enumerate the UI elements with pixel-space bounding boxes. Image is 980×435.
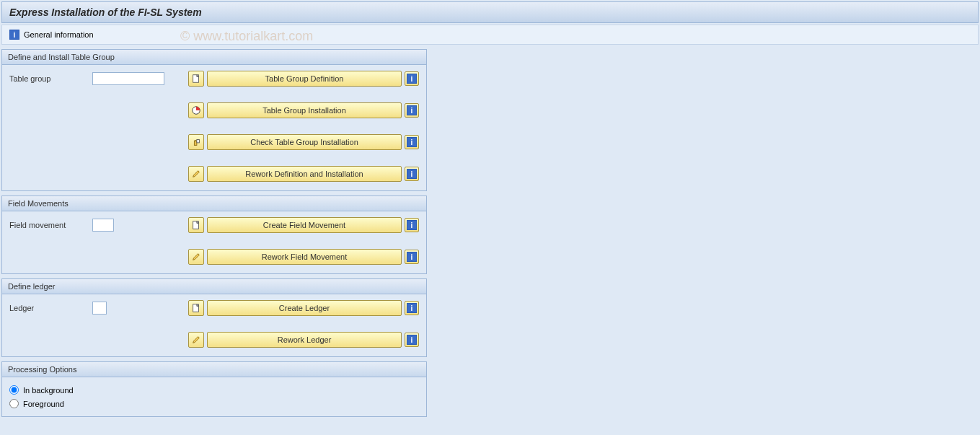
general-info-link[interactable]: General information — [24, 30, 94, 39]
group-processing-options: Processing Options In background Foregro… — [1, 361, 427, 417]
info-button[interactable]: i — [405, 135, 419, 149]
radio-in-background[interactable] — [9, 385, 19, 395]
info-button[interactable]: i — [405, 333, 419, 347]
info-button[interactable]: i — [405, 301, 419, 315]
pencil-icon[interactable] — [188, 332, 204, 348]
ledger-label: Ledger — [9, 304, 92, 312]
pencil-icon[interactable] — [188, 249, 204, 265]
group-field-movements-title: Field Movements — [2, 196, 426, 211]
radio-foreground[interactable] — [9, 399, 19, 408]
toolbar: i General information — [1, 25, 979, 45]
rework-ledger-button[interactable]: Rework Ledger — [207, 332, 402, 348]
create-icon[interactable] — [188, 217, 204, 233]
page-title: Express Installation of the FI-SL System — [9, 6, 202, 18]
create-ledger-button[interactable]: Create Ledger — [207, 300, 402, 316]
table-group-installation-button[interactable]: Table Group Installation — [207, 102, 402, 118]
group-field-movements: Field Movements Field movement Create Fi… — [1, 195, 427, 274]
group-define-ledger-title: Define ledger — [2, 279, 426, 294]
field-movement-input[interactable] — [92, 219, 114, 232]
svg-rect-3 — [197, 140, 200, 143]
pencil-icon[interactable] — [188, 166, 204, 182]
radio-foreground-label: Foreground — [23, 400, 64, 408]
table-group-label: Table group — [9, 74, 92, 83]
info-button[interactable]: i — [405, 250, 419, 264]
table-group-definition-button[interactable]: Table Group Definition — [207, 71, 402, 87]
create-icon[interactable] — [188, 300, 204, 316]
rework-field-movement-button[interactable]: Rework Field Movement — [207, 249, 402, 265]
radio-in-background-label: In background — [23, 386, 74, 395]
create-field-movement-button[interactable]: Create Field Movement — [207, 217, 402, 233]
check-table-group-button[interactable]: Check Table Group Installation — [207, 134, 402, 150]
info-icon: i — [9, 30, 19, 40]
ledger-input[interactable] — [92, 302, 107, 315]
group-define-ledger: Define ledger Ledger Create Ledger i — [1, 278, 427, 357]
group-table: Define and Install Table Group Table gro… — [1, 49, 427, 191]
group-table-title: Define and Install Table Group — [2, 50, 426, 65]
table-group-input[interactable] — [92, 72, 164, 85]
info-button[interactable]: i — [405, 167, 419, 181]
title-bar: Express Installation of the FI-SL System — [1, 1, 979, 23]
check-icon[interactable] — [188, 134, 204, 150]
info-button[interactable]: i — [405, 71, 419, 86]
info-button[interactable]: i — [405, 218, 419, 232]
group-processing-options-title: Processing Options — [2, 362, 426, 377]
rework-definition-button[interactable]: Rework Definition and Installation — [207, 166, 402, 182]
info-button[interactable]: i — [405, 103, 419, 118]
create-icon[interactable] — [188, 71, 204, 87]
field-movement-label: Field movement — [9, 221, 92, 229]
svg-rect-2 — [194, 141, 197, 145]
install-icon[interactable] — [188, 102, 204, 118]
